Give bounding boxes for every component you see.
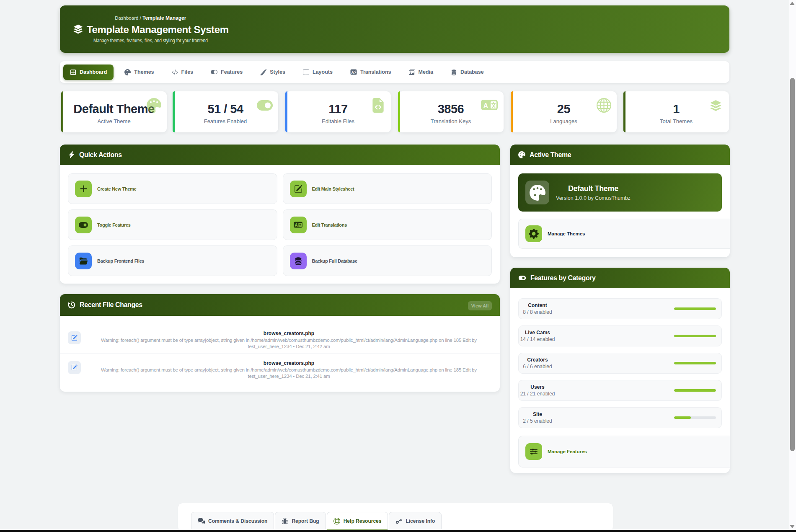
svg-text:A: A <box>351 70 354 75</box>
svg-text:A: A <box>295 223 298 227</box>
svg-text:A: A <box>483 102 488 109</box>
